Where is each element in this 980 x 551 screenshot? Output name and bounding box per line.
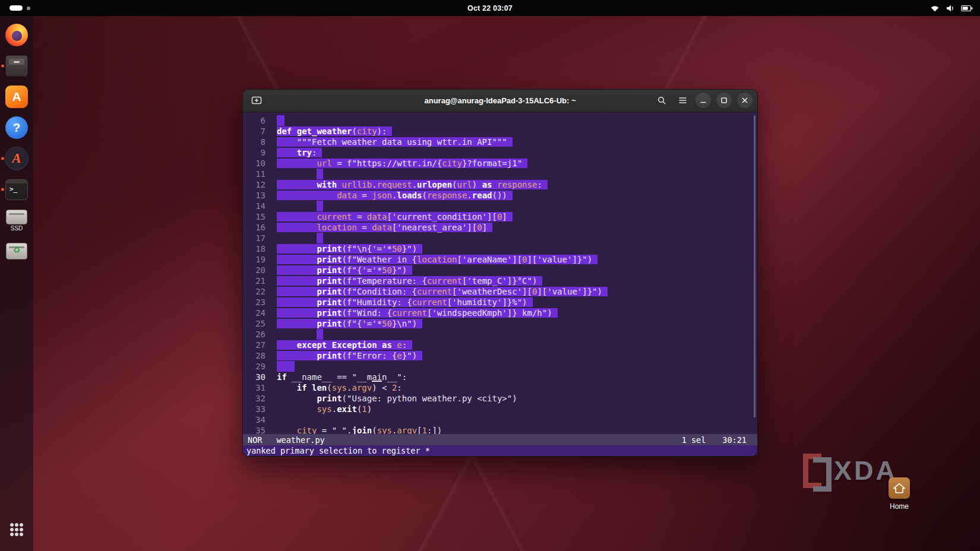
selected-text: url = f"https://wttr.in/{city}?format=j1… (277, 159, 527, 168)
editor-message-line: yanked primary selection to register * (243, 445, 757, 456)
code-line[interactable]: 10 url = f"https://wttr.in/{city}?format… (243, 158, 757, 169)
new-tab-button[interactable] (249, 93, 264, 108)
usb-drive-recycle-icon (6, 243, 27, 259)
selection-block (317, 201, 323, 211)
titlebar[interactable]: anurag@anurag-IdeaPad-3-15ALC6-Ub: ~ (243, 90, 757, 112)
filename: weather.py (276, 435, 324, 445)
code-line[interactable]: 7def get_weather(city): (243, 126, 757, 137)
battery-icon (961, 5, 973, 12)
code-line[interactable]: 9 try: (243, 147, 757, 158)
maximize-button[interactable] (716, 93, 732, 108)
code-line[interactable]: 12 with urllib.request.urlopen(url) as r… (243, 179, 757, 190)
wifi-icon (930, 4, 940, 12)
selected-text: print(f"Humidity: {current['humidity']}%… (277, 297, 533, 307)
line-number: 14 (243, 201, 265, 211)
code-line[interactable]: 13 data = json.loads(response.read()) (243, 190, 757, 201)
selected-text: """Fetch weather data using wttr.in API"… (277, 137, 513, 147)
line-number: 30 (243, 372, 265, 382)
code-line[interactable]: 28 print(f"Error: {e}") (243, 350, 757, 361)
line-number: 32 (243, 393, 265, 404)
selected-text: data = json.loads(response.read()) (277, 191, 513, 200)
line-number: 8 (243, 137, 265, 147)
line-number: 6 (243, 115, 265, 126)
dock-item-a-app[interactable] (0, 143, 33, 174)
code-line[interactable]: 26 (243, 329, 757, 340)
clock[interactable]: Oct 22 03:07 (0, 0, 980, 16)
xda-bracket-gray-icon (813, 457, 832, 492)
line-number: 11 (243, 169, 265, 179)
dock: SSD (0, 16, 33, 551)
code-line[interactable]: 19 print(f"Weather in {location['areaNam… (243, 254, 757, 265)
dock-item-app-center[interactable] (0, 81, 33, 112)
code-line[interactable]: 27 except Exception as e: (243, 340, 757, 350)
line-number: 21 (243, 276, 265, 286)
editor-mode-badge: NOR (248, 435, 262, 445)
terminal-icon (5, 179, 28, 200)
selected-text: current = data['current_condition'][0] (277, 212, 513, 221)
code-line[interactable]: 30if __name__ == "__main__": (243, 372, 757, 382)
help-icon (5, 116, 28, 139)
dock-item-help[interactable] (0, 112, 33, 143)
line-number: 17 (243, 233, 265, 243)
firefox-icon (5, 24, 28, 46)
statusline: NOR weather.py 1 sel 30:21 (243, 434, 757, 445)
code-line[interactable]: 25 print(f"{'='*50}\n") (243, 318, 757, 329)
code-line[interactable]: 15 current = data['current_condition'][0… (243, 211, 757, 222)
cursor-position: 30:21 (722, 435, 747, 445)
selected-text: location = data['nearest_area'][0] (277, 223, 492, 232)
dock-item-show-apps[interactable] (0, 515, 33, 546)
code-line[interactable]: 18 print(f"\n{'='*50}") (243, 243, 757, 254)
line-number: 24 (243, 308, 265, 318)
file-cabinet-icon (5, 55, 28, 77)
search-button[interactable] (654, 93, 669, 108)
line-number: 31 (243, 382, 265, 393)
line-number: 7 (243, 126, 265, 137)
code-area[interactable]: 67def get_weather(city):8 """Fetch weath… (243, 112, 757, 434)
code-line[interactable]: 17 (243, 233, 757, 243)
code-line[interactable]: 20 print(f"{'='*50}") (243, 265, 757, 276)
scrollbar[interactable] (754, 115, 755, 417)
line-number: 16 (243, 222, 265, 233)
selected-text: print(f"\n{'='*50}") (277, 244, 422, 254)
selected-text: print(f"{'='*50}") (277, 265, 412, 275)
dock-item-ssd-drive[interactable]: SSD (0, 205, 33, 236)
code-line[interactable]: 31 if len(sys.argv) < 2: (243, 382, 757, 393)
code-line[interactable]: 33 sys.exit(1) (243, 404, 757, 414)
dock-item-usb-drive[interactable] (0, 236, 33, 267)
code-line[interactable]: 24 print(f"Wind: {current['windspeedKmph… (243, 308, 757, 318)
code-line[interactable]: 21 print(f"Temperature: {current['temp_C… (243, 276, 757, 286)
selected-text: print(f"Error: {e}") (277, 351, 422, 360)
line-number: 18 (243, 243, 265, 254)
line-number: 35 (243, 425, 265, 434)
code-line[interactable]: 8 """Fetch weather data using wttr.in AP… (243, 137, 757, 147)
minimize-button[interactable] (696, 93, 711, 108)
close-button[interactable] (737, 93, 753, 108)
volume-icon (946, 4, 955, 12)
code-line[interactable]: 32 print("Usage: python weather.py <city… (243, 393, 757, 404)
ssd-drive-icon (6, 210, 27, 224)
selected-text: except Exception as e: (277, 340, 412, 350)
home-folder-icon (889, 477, 910, 499)
line-number: 25 (243, 318, 265, 329)
code-line[interactable]: 22 print(f"Condition: {current['weatherD… (243, 286, 757, 297)
line-number: 26 (243, 329, 265, 340)
code-line[interactable]: 11 (243, 169, 757, 179)
dock-item-terminal[interactable] (0, 174, 33, 205)
line-number: 33 (243, 404, 265, 414)
dock-item-firefox[interactable] (0, 20, 33, 50)
selection-count: 1 sel (682, 435, 706, 445)
home-desktop-icon[interactable]: Home (884, 477, 914, 511)
code-line[interactable]: 23 print(f"Humidity: {current['humidity'… (243, 297, 757, 308)
code-line[interactable]: 34 (243, 414, 757, 425)
system-tray[interactable] (930, 0, 973, 16)
code-line[interactable]: 14 (243, 201, 757, 211)
menu-button[interactable] (675, 93, 690, 108)
code-line[interactable]: 6 (243, 115, 757, 126)
selected-text: print(f"{'='*50}\n") (277, 319, 422, 328)
code-line[interactable]: 35 city = " ".join(sys.argv[1:]) (243, 425, 757, 434)
dock-item-file-cabinet[interactable] (0, 50, 33, 81)
code-line[interactable]: 16 location = data['nearest_area'][0] (243, 222, 757, 233)
selected-text: print(f"Temperature: {current['temp_C']}… (277, 276, 542, 286)
code-line[interactable]: 29 (243, 361, 757, 372)
line-number: 13 (243, 190, 265, 201)
